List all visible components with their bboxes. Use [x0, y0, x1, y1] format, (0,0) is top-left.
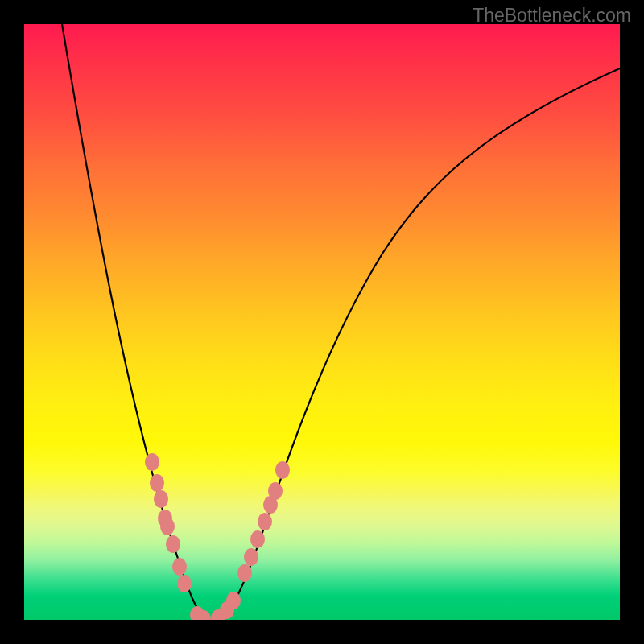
scatter-point	[244, 548, 258, 566]
scatter-point	[226, 592, 241, 609]
scatter-markers	[145, 453, 290, 620]
scatter-point	[275, 461, 290, 479]
chart-area	[24, 24, 620, 620]
scatter-point	[160, 518, 175, 535]
scatter-point	[237, 564, 252, 582]
scatter-point	[166, 535, 180, 553]
scatter-point	[250, 530, 265, 548]
scatter-point	[268, 482, 283, 500]
scatter-point	[145, 453, 159, 471]
bottleneck-curve	[62, 24, 620, 620]
watermark-text: TheBottleneck.com	[473, 5, 631, 27]
scatter-point	[258, 513, 272, 530]
scatter-point	[177, 575, 192, 592]
scatter-point	[172, 558, 187, 576]
chart-svg	[24, 24, 620, 620]
scatter-point	[150, 474, 164, 492]
scatter-point	[154, 490, 168, 508]
